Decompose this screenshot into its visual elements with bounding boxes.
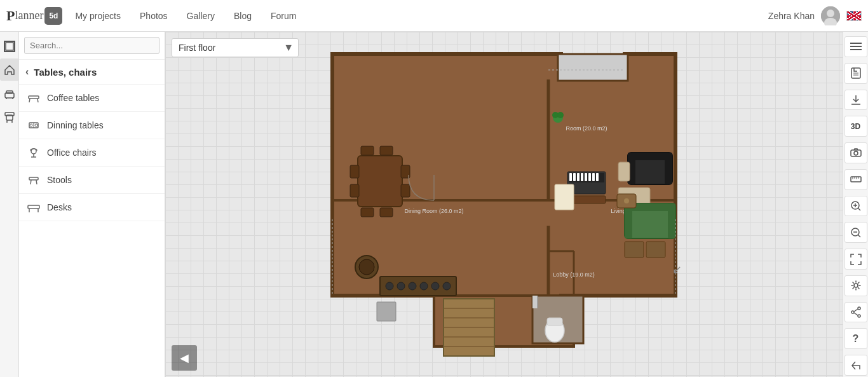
svg-rect-53 (361, 146, 374, 155)
svg-rect-7 (847, 15, 862, 18)
fullscreen-btn[interactable] (844, 249, 867, 270)
svg-line-132 (858, 235, 860, 237)
svg-rect-71 (665, 153, 672, 184)
menu-btn[interactable] (844, 36, 867, 57)
left-panel: ‹ Tables, chairs Coffee tables Dinning t… (19, 32, 165, 377)
settings-btn[interactable] (844, 275, 867, 296)
svg-rect-72 (618, 162, 630, 181)
chair-btn[interactable] (0, 106, 19, 128)
svg-rect-62 (581, 173, 583, 181)
nav-arrow-icon: ◀ (180, 351, 189, 365)
nav-photos[interactable]: Photos (140, 11, 168, 21)
svg-point-25 (31, 149, 36, 154)
svg-rect-49 (350, 165, 359, 178)
category-item-desks[interactable]: Desks (19, 194, 165, 221)
svg-rect-66 (596, 173, 599, 181)
stools-label: Stools (47, 175, 72, 185)
svg-rect-11 (6, 91, 13, 93)
svg-rect-65 (592, 173, 595, 181)
nav-my-projects[interactable]: My projects (75, 11, 121, 21)
svg-point-134 (858, 307, 860, 310)
svg-rect-42 (558, 54, 628, 81)
search-bar (19, 32, 165, 60)
nav-forum[interactable]: Forum (271, 11, 296, 21)
svg-rect-6 (853, 11, 856, 21)
download-btn[interactable] (844, 90, 867, 111)
home-btn[interactable] (0, 58, 19, 81)
floor-select[interactable]: First floor Second floor Basement (172, 38, 299, 57)
logo-p: P (6, 8, 15, 24)
nav-gallery[interactable]: Gallery (187, 11, 215, 21)
svg-line-20 (37, 99, 38, 102)
logo[interactable]: P lanner 5d (6, 7, 62, 25)
left-toolbar (0, 32, 19, 377)
svg-rect-61 (577, 173, 580, 181)
svg-line-138 (854, 313, 858, 315)
user-area: Zehra Khan (768, 6, 862, 25)
category-item-dining-tables[interactable]: Dinning tables (19, 112, 165, 139)
svg-rect-78 (625, 242, 644, 257)
svg-line-29 (31, 180, 31, 184)
svg-rect-63 (585, 173, 587, 181)
svg-point-81 (624, 198, 629, 203)
svg-rect-28 (29, 177, 38, 180)
zoom-out-btn[interactable] (844, 222, 867, 243)
svg-rect-3 (847, 11, 862, 21)
svg-point-120 (854, 151, 858, 155)
svg-rect-15 (5, 113, 14, 116)
category-item-office-chairs[interactable]: Office chairs (19, 139, 165, 167)
svg-rect-55 (361, 208, 374, 217)
search-input[interactable] (24, 37, 159, 54)
dining-tables-label: Dinning tables (47, 120, 104, 130)
svg-rect-105 (532, 296, 538, 308)
desk-icon (27, 200, 41, 214)
share-btn[interactable] (844, 302, 867, 323)
help-btn[interactable]: ? (844, 328, 867, 349)
category-item-stools[interactable]: Stools (19, 167, 165, 194)
svg-point-135 (851, 311, 854, 313)
coffee-tables-label: Coffee tables (47, 93, 99, 103)
svg-rect-85 (555, 184, 574, 210)
draw-walls-btn[interactable] (0, 35, 19, 57)
svg-text:↙: ↙ (672, 263, 682, 276)
user-name: Zehra Khan (768, 11, 815, 21)
nav-arrow[interactable]: ◀ (172, 345, 197, 371)
svg-point-90 (397, 282, 405, 290)
floor-plan-canvas[interactable]: Room (20.0 m2) Dining Room (26.0 m2) Liv… (307, 48, 701, 362)
svg-rect-79 (646, 242, 665, 257)
svg-point-136 (858, 315, 860, 317)
right-sidebar: 3D ? (843, 32, 868, 377)
svg-point-87 (359, 259, 374, 275)
category-item-coffee-tables[interactable]: Coffee tables (19, 85, 165, 112)
svg-rect-95 (377, 302, 396, 321)
category-list: Coffee tables Dinning tables Office chai… (19, 85, 165, 377)
svg-point-24 (35, 124, 37, 127)
svg-rect-4 (853, 11, 857, 21)
user-avatar[interactable] (821, 6, 840, 25)
svg-point-84 (557, 112, 564, 118)
svg-rect-5 (847, 15, 862, 18)
svg-rect-104 (547, 318, 562, 326)
files-btn[interactable] (844, 63, 867, 84)
svg-point-1 (827, 10, 834, 17)
svg-rect-76 (625, 203, 632, 238)
dining-table-icon (27, 118, 41, 132)
back-btn[interactable] (844, 355, 867, 376)
camera-btn[interactable] (844, 142, 867, 163)
office-chairs-label: Office chairs (47, 147, 97, 158)
svg-rect-50 (350, 184, 359, 197)
svg-point-89 (386, 282, 393, 290)
category-header[interactable]: ‹ Tables, chairs (19, 60, 165, 85)
ruler-btn[interactable] (844, 169, 867, 190)
svg-rect-9 (6, 43, 13, 50)
floor-selector: First floor Second floor Basement ▼ (172, 38, 299, 57)
header: P lanner 5d My projects Photos Gallery B… (0, 0, 868, 32)
svg-rect-18 (29, 96, 39, 99)
zoom-in-btn[interactable] (844, 196, 867, 217)
furniture-btn[interactable] (0, 82, 19, 104)
svg-point-93 (431, 282, 439, 290)
logo-lanner: lanner (15, 9, 43, 22)
3d-btn[interactable]: 3D (844, 116, 867, 137)
svg-line-30 (36, 180, 37, 184)
nav-blog[interactable]: Blog (234, 11, 252, 21)
